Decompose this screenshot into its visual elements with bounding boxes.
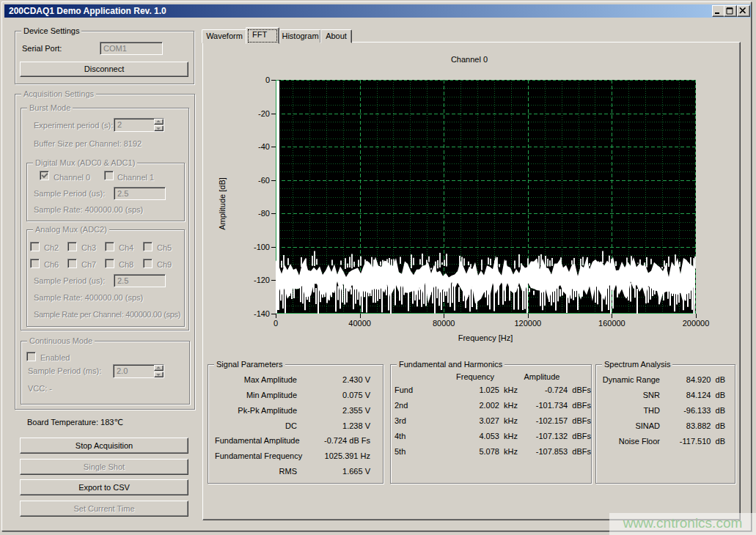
svg-text:0: 0: [265, 75, 270, 84]
svg-text:-40: -40: [258, 142, 270, 151]
svg-text:0: 0: [274, 319, 278, 328]
svg-text:-120: -120: [254, 276, 270, 284]
svg-text:-80: -80: [258, 209, 270, 218]
svg-text:-100: -100: [254, 243, 270, 251]
svg-text:-20: -20: [258, 109, 270, 118]
svg-text:40000: 40000: [348, 319, 371, 328]
svg-text:160000: 160000: [598, 319, 625, 328]
svg-text:200000: 200000: [683, 319, 710, 328]
svg-text:Frequency [Hz]: Frequency [Hz]: [458, 333, 513, 342]
svg-text:120000: 120000: [514, 319, 541, 328]
svg-text:Amplitude [dB]: Amplitude [dB]: [218, 177, 227, 230]
svg-text:-60: -60: [258, 176, 270, 185]
svg-text:Channel 0: Channel 0: [451, 55, 488, 64]
svg-text:80000: 80000: [433, 319, 455, 328]
svg-text:-140: -140: [254, 309, 270, 318]
